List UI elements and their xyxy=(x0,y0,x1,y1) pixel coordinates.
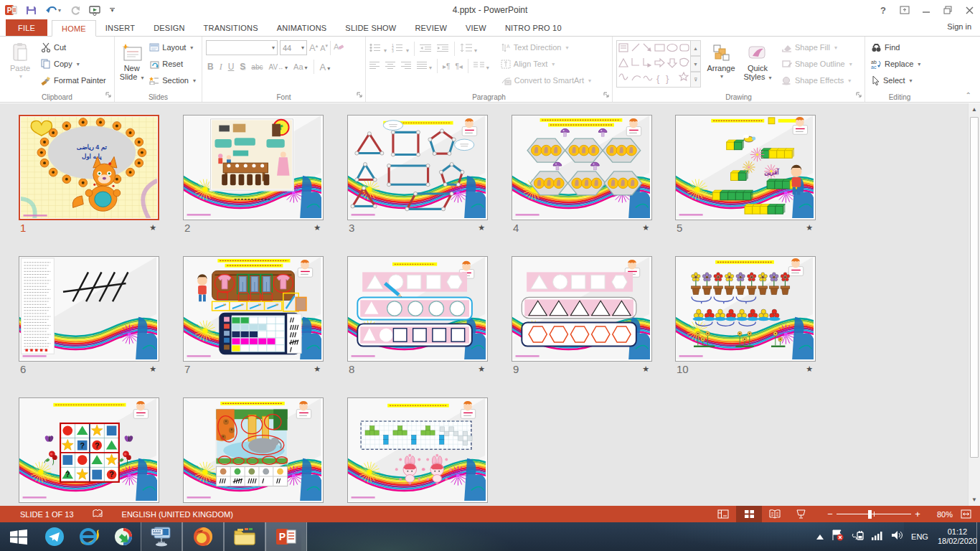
tab-review[interactable]: REVIEW xyxy=(405,19,456,36)
normal-view-icon[interactable] xyxy=(710,506,736,522)
vertical-scrollbar[interactable]: ▲ ▼ xyxy=(968,103,980,506)
grow-font-icon[interactable]: A▴ xyxy=(309,42,318,53)
align-left-icon[interactable] xyxy=(369,60,380,72)
slide-thumbnail-4[interactable] xyxy=(512,115,652,220)
internet-explorer-icon[interactable] xyxy=(72,522,106,551)
telegram-icon[interactable] xyxy=(37,522,72,551)
bullets-icon[interactable]: ▾ xyxy=(369,42,387,55)
tab-view[interactable]: VIEW xyxy=(456,19,496,36)
spell-check-icon[interactable] xyxy=(93,509,103,519)
zoom-level[interactable]: 80% xyxy=(924,510,953,519)
underline-button[interactable]: U xyxy=(228,62,235,72)
tab-animations[interactable]: ANIMATIONS xyxy=(268,19,336,36)
scroll-down-icon[interactable]: ▼ xyxy=(969,494,980,506)
minimize-icon[interactable] xyxy=(915,0,937,20)
align-right-icon[interactable] xyxy=(401,60,412,72)
find-button[interactable]: Find xyxy=(869,39,923,55)
font-name-combobox[interactable]: ▾ xyxy=(206,40,278,55)
increase-indent-icon[interactable] xyxy=(437,42,449,55)
paste-button[interactable]: Paste ▾ xyxy=(4,39,37,81)
tab-nitro-pro[interactable]: NITRO PRO 10 xyxy=(496,19,571,36)
shapes-scroll-down-icon[interactable]: ▼ xyxy=(691,56,701,72)
slide-thumbnail-8[interactable] xyxy=(347,256,488,362)
decrease-indent-icon[interactable] xyxy=(420,42,432,55)
start-button[interactable] xyxy=(0,522,37,551)
on-screen-keyboard-icon[interactable] xyxy=(141,522,182,551)
align-text-button[interactable]: Align Text▾ xyxy=(499,56,593,72)
clear-formatting-icon[interactable]: A xyxy=(333,42,344,55)
file-explorer-icon[interactable] xyxy=(224,522,265,551)
replace-button[interactable]: abac Replace▾ xyxy=(869,56,923,72)
slide-thumbnail-9[interactable] xyxy=(512,256,652,362)
close-icon[interactable] xyxy=(958,0,980,20)
layout-button[interactable]: Layout▾ xyxy=(147,39,198,55)
slide-thumbnail-12[interactable] xyxy=(183,397,324,503)
restore-icon[interactable] xyxy=(937,0,958,20)
shape-effects-button[interactable]: Shape Effects▾ xyxy=(779,72,854,88)
powerpoint-taskbar-icon[interactable]: P xyxy=(265,522,307,551)
tab-design[interactable]: DESIGN xyxy=(144,19,194,36)
section-button[interactable]: Section▾ xyxy=(147,72,198,88)
slide-thumbnail-5[interactable]: آفرین xyxy=(675,115,816,220)
character-spacing-button[interactable]: AV↔▾ xyxy=(268,63,288,71)
drawing-dialog-launcher-icon[interactable] xyxy=(856,92,862,100)
scroll-up-icon[interactable]: ▲ xyxy=(969,103,980,116)
new-slide-button[interactable]: NewSlide ▾ xyxy=(118,39,145,83)
justify-icon[interactable]: ▾ xyxy=(417,60,432,72)
slide-thumbnail-1[interactable]: تم 4 ریاضیپایه اول xyxy=(19,115,159,220)
volume-icon[interactable] xyxy=(892,530,903,543)
tab-insert[interactable]: INSERT xyxy=(96,19,144,36)
shapes-more-icon[interactable]: ⊽ xyxy=(691,72,701,88)
font-color-button[interactable]: A▾ xyxy=(320,62,331,72)
font-dialog-launcher-icon[interactable] xyxy=(357,92,363,100)
slide-thumbnail-13[interactable] xyxy=(347,397,488,503)
show-hidden-icons-icon[interactable] xyxy=(816,530,824,543)
tab-home[interactable]: HOME xyxy=(52,20,96,37)
strikethrough-button[interactable]: abc xyxy=(251,63,263,71)
power-plug-icon[interactable] xyxy=(852,530,864,544)
shrink-font-icon[interactable]: A▾ xyxy=(320,43,328,52)
show-desktop-button[interactable] xyxy=(976,522,980,551)
shape-fill-button[interactable]: Shape Fill▾ xyxy=(779,39,854,55)
taskbar-clock[interactable]: 01:1218/02/2020 xyxy=(938,527,977,546)
font-size-combobox[interactable]: 44▾ xyxy=(280,40,307,55)
columns-icon[interactable]: ▾ xyxy=(473,60,489,72)
clipboard-dialog-launcher-icon[interactable] xyxy=(105,92,112,100)
shapes-scroll-up-icon[interactable]: ▲ xyxy=(691,40,701,56)
shapes-gallery[interactable]: { } ▲ ▼ ⊽ xyxy=(616,40,701,88)
zoom-slider[interactable] xyxy=(837,506,911,522)
tab-file[interactable]: FILE xyxy=(6,19,47,36)
slide-thumbnail-10[interactable] xyxy=(675,256,816,362)
network-signal-icon[interactable] xyxy=(872,530,884,543)
italic-button[interactable]: I xyxy=(220,62,222,72)
quick-styles-button[interactable]: QuickStyles ▾ xyxy=(741,39,774,83)
sign-in-link[interactable]: Sign in xyxy=(947,22,971,31)
text-direction-button[interactable]: A Text Direction▾ xyxy=(499,39,593,55)
change-case-button[interactable]: Aa▾ xyxy=(293,62,307,71)
format-painter-button[interactable]: Format Painter xyxy=(39,72,108,88)
align-center-icon[interactable] xyxy=(385,60,396,72)
cut-button[interactable]: Cut xyxy=(39,39,108,55)
slide-sorter-view-icon[interactable] xyxy=(736,506,762,522)
slide-thumbnail-7[interactable] xyxy=(183,256,324,362)
bold-button[interactable]: B xyxy=(207,62,214,72)
slide-thumbnail-6[interactable] xyxy=(19,256,159,362)
action-center-icon[interactable] xyxy=(831,529,844,544)
paragraph-dialog-launcher-icon[interactable] xyxy=(603,92,610,100)
collapse-ribbon-icon[interactable]: ⌃ xyxy=(966,91,971,99)
copy-button[interactable]: Copy▾ xyxy=(39,56,108,72)
zoom-in-icon[interactable]: + xyxy=(911,509,924,519)
shape-outline-button[interactable]: Shape Outline▾ xyxy=(779,56,854,72)
numbering-icon[interactable]: 123▾ xyxy=(392,42,409,55)
reading-view-icon[interactable] xyxy=(762,506,788,522)
firefox-icon[interactable] xyxy=(182,522,224,551)
slide-thumbnail-2[interactable]: ۴ xyxy=(183,115,324,220)
ltr-text-direction-icon[interactable]: ▸¶ xyxy=(443,62,450,70)
scrollbar-thumb[interactable] xyxy=(970,117,979,458)
arrange-button[interactable]: Arrange ▾ xyxy=(703,39,739,81)
zoom-out-icon[interactable]: − xyxy=(824,509,837,519)
slide-thumbnail-11[interactable]: ???? xyxy=(19,397,159,503)
input-language-indicator[interactable]: ENG xyxy=(911,532,928,541)
tab-transitions[interactable]: TRANSITIONS xyxy=(194,19,268,36)
rtl-text-direction-icon[interactable]: ¶◂ xyxy=(455,62,462,70)
